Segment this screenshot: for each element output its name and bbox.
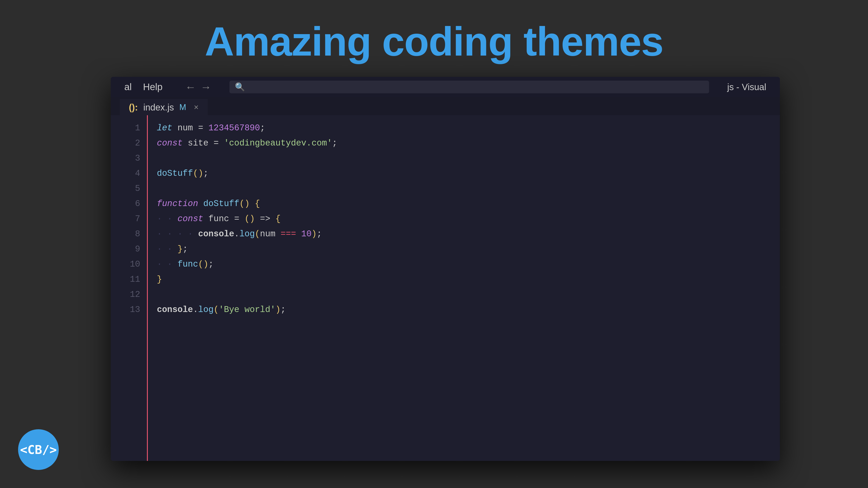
tab-bar: (): index.js M × bbox=[111, 97, 780, 115]
code-line-10: · · func () ; bbox=[157, 257, 780, 272]
line-num-6: 6 bbox=[135, 196, 140, 212]
line-num-13: 13 bbox=[130, 302, 140, 318]
code-line-13: console . log ( 'Bye world' ) ; bbox=[157, 302, 780, 318]
menu-bar: al Help bbox=[124, 82, 162, 92]
search-bar[interactable]: 🔍 bbox=[229, 80, 709, 93]
code-line-2: const site = 'codingbeautydev.com' ; bbox=[157, 136, 780, 151]
nav-forward-button[interactable]: → bbox=[200, 81, 211, 93]
line-num-4: 4 bbox=[135, 166, 140, 181]
code-line-7: · · const func = () => { bbox=[157, 212, 780, 227]
editor-area: 1 2 3 4 5 6 7 8 9 10 11 12 13 let num = … bbox=[111, 115, 780, 461]
nav-arrows: ← → bbox=[185, 81, 211, 93]
logo-badge: <CB/> bbox=[18, 429, 59, 470]
code-line-11: } bbox=[157, 272, 780, 287]
code-line-6: function doStuff () { bbox=[157, 196, 780, 212]
code-line-4: doStuff () ; bbox=[157, 166, 780, 181]
tab-close-button[interactable]: × bbox=[194, 103, 199, 112]
line-num-3: 3 bbox=[135, 151, 140, 166]
line-num-8: 8 bbox=[135, 227, 140, 242]
menu-item-help[interactable]: Help bbox=[143, 82, 162, 92]
code-content[interactable]: let num = 1234567890 ; const site = 'cod… bbox=[148, 115, 780, 461]
line-num-2: 2 bbox=[135, 136, 140, 151]
vscode-window: al Help ← → 🔍 js - Visual (): index.js M… bbox=[111, 77, 780, 461]
kw-let-1: let bbox=[157, 121, 172, 136]
tab-modified-badge: M bbox=[180, 103, 186, 112]
nav-back-button[interactable]: ← bbox=[185, 81, 196, 93]
code-line-1: let num = 1234567890 ; bbox=[157, 121, 780, 136]
window-title: js - Visual bbox=[727, 82, 766, 92]
code-line-8: · · · · console . log ( num === 10 ) ; bbox=[157, 227, 780, 242]
menu-item-al[interactable]: al bbox=[124, 82, 132, 92]
line-num-9: 9 bbox=[135, 242, 140, 257]
code-line-12 bbox=[157, 287, 780, 302]
line-num-10: 10 bbox=[130, 257, 140, 272]
page-title-section: Amazing coding themes bbox=[0, 0, 868, 78]
line-num-7: 7 bbox=[135, 212, 140, 227]
search-icon: 🔍 bbox=[235, 82, 245, 92]
line-numbers: 1 2 3 4 5 6 7 8 9 10 11 12 13 bbox=[111, 115, 147, 461]
main-heading: Amazing coding themes bbox=[0, 18, 868, 65]
code-line-9: · · } ; bbox=[157, 242, 780, 257]
line-num-1: 1 bbox=[135, 121, 140, 136]
code-line-3 bbox=[157, 151, 780, 166]
line-num-11: 11 bbox=[130, 272, 140, 287]
tab-file-icon: (): bbox=[129, 102, 138, 112]
line-num-5: 5 bbox=[135, 181, 140, 196]
tab-indexjs[interactable]: (): index.js M × bbox=[120, 99, 208, 115]
titlebar: al Help ← → 🔍 js - Visual bbox=[111, 77, 780, 97]
line-num-12: 12 bbox=[130, 287, 140, 302]
tab-filename: index.js bbox=[143, 102, 174, 112]
logo-text: <CB/> bbox=[20, 443, 57, 457]
code-line-5 bbox=[157, 181, 780, 196]
